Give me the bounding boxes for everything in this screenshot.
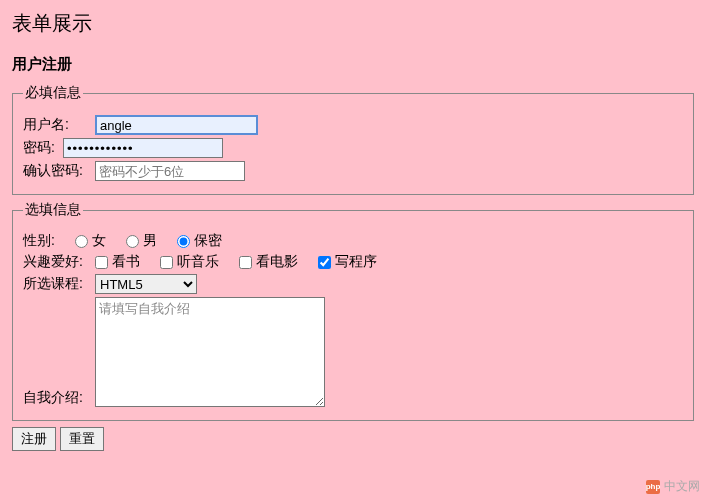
- gender-row: 性别: 女 男 保密: [23, 232, 683, 250]
- password-label: 密码:: [23, 139, 63, 157]
- required-fieldset: 必填信息 用户名: 密码: 确认密码:: [12, 84, 694, 195]
- gender-label: 性别:: [23, 232, 75, 250]
- hobby-read-label: 看书: [112, 253, 140, 271]
- hobby-movie-label: 看电影: [256, 253, 298, 271]
- password-input[interactable]: [63, 138, 223, 158]
- hobby-read-checkbox[interactable]: [95, 256, 108, 269]
- watermark: php 中文网: [646, 478, 700, 495]
- hobby-code-label: 写程序: [335, 253, 377, 271]
- confirm-row: 确认密码:: [23, 161, 683, 181]
- course-row: 所选课程: HTML5: [23, 274, 683, 294]
- gender-group: 女 男 保密: [75, 232, 236, 250]
- submit-button[interactable]: 注册: [12, 427, 56, 451]
- reset-button[interactable]: 重置: [60, 427, 104, 451]
- course-label: 所选课程:: [23, 275, 95, 293]
- gender-secret-radio[interactable]: [177, 235, 190, 248]
- confirm-input[interactable]: [95, 161, 245, 181]
- hobbies-label: 兴趣爱好:: [23, 253, 95, 271]
- username-label: 用户名:: [23, 116, 95, 134]
- optional-fieldset: 选填信息 性别: 女 男 保密 兴趣爱好: 看书: [12, 201, 694, 421]
- hobbies-group: 看书 听音乐 看电影 写程序: [95, 253, 391, 271]
- hobby-music-checkbox[interactable]: [160, 256, 173, 269]
- required-legend: 必填信息: [23, 84, 83, 102]
- hobbies-row: 兴趣爱好: 看书 听音乐 看电影 写程序: [23, 253, 683, 271]
- hobby-movie-checkbox[interactable]: [239, 256, 252, 269]
- hobby-code-checkbox[interactable]: [318, 256, 331, 269]
- course-select[interactable]: HTML5: [95, 274, 197, 294]
- gender-secret-label: 保密: [194, 232, 222, 250]
- page-title: 表单展示: [12, 10, 694, 37]
- password-row: 密码:: [23, 138, 683, 158]
- intro-textarea[interactable]: [95, 297, 325, 407]
- hobby-music-label: 听音乐: [177, 253, 219, 271]
- gender-female-label: 女: [92, 232, 106, 250]
- confirm-label: 确认密码:: [23, 162, 95, 180]
- section-title: 用户注册: [12, 55, 694, 74]
- username-row: 用户名:: [23, 115, 683, 135]
- gender-male-label: 男: [143, 232, 157, 250]
- intro-label: 自我介绍:: [23, 389, 95, 407]
- gender-female-radio[interactable]: [75, 235, 88, 248]
- watermark-text: 中文网: [664, 478, 700, 495]
- gender-male-radio[interactable]: [126, 235, 139, 248]
- form-buttons: 注册 重置: [12, 427, 694, 451]
- intro-row: 自我介绍:: [23, 297, 683, 407]
- optional-legend: 选填信息: [23, 201, 83, 219]
- username-input[interactable]: [95, 115, 258, 135]
- watermark-logo-icon: php: [646, 480, 660, 494]
